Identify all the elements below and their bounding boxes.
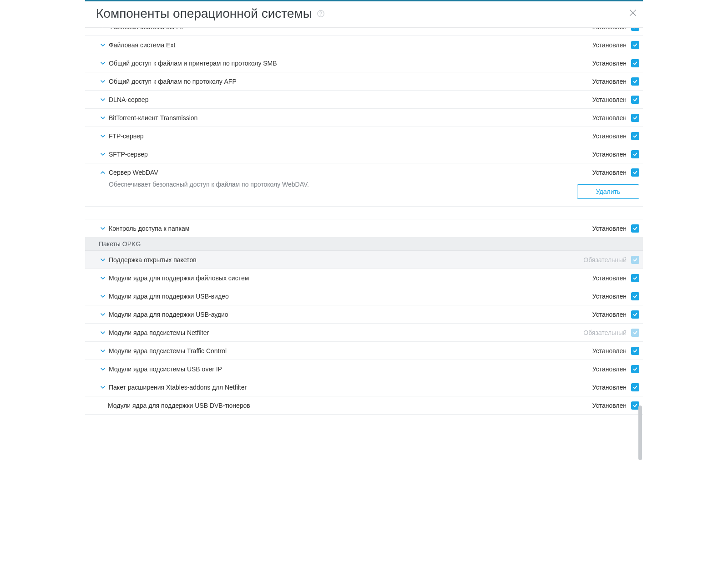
component-checkbox[interactable] (631, 132, 639, 140)
component-row[interactable]: Модули ядра для поддержки USB-аудиоУстан… (85, 305, 643, 324)
component-checkbox[interactable] (631, 274, 639, 282)
component-status: Установлен (592, 402, 627, 409)
component-label: Модули ядра подсистемы Traffic Control (109, 347, 592, 355)
component-row[interactable]: Поддержка открытых пакетовОбязательный (85, 251, 643, 269)
component-status: Установлен (592, 365, 627, 373)
component-status: Установлен (592, 225, 627, 232)
component-label: SFTP-сервер (109, 151, 592, 158)
component-row[interactable]: Модули ядра для поддержки USB-видеоУстан… (85, 287, 643, 305)
component-row[interactable]: Модули ядра подсистемы Traffic ControlУс… (85, 342, 643, 360)
delete-button[interactable]: Удалить (577, 184, 639, 199)
component-checkbox[interactable] (631, 224, 639, 233)
component-label: Общий доступ к файлам и принтерам по про… (109, 60, 592, 67)
svg-point-1 (320, 15, 321, 15)
component-status: Установлен (592, 384, 627, 391)
component-row[interactable]: Модули ядра для поддержки USB DVB-тюнеро… (85, 396, 643, 415)
component-label: Модули ядра для поддержки USB-аудио (109, 311, 592, 318)
chevron-down-icon[interactable] (99, 257, 107, 263)
component-row-expanded: Сервер WebDAVУстановлен Обеспечивает без… (85, 163, 643, 207)
component-label: Пакет расширения Xtables-addons для Netf… (109, 384, 592, 391)
component-status: Установлен (592, 132, 627, 140)
component-status: Установлен (592, 114, 627, 122)
component-status: Установлен (592, 41, 627, 49)
component-row[interactable]: Контроль доступа к папкамУстановлен (85, 219, 643, 238)
component-row[interactable]: Модули ядра подсистемы NetfilterОбязател… (85, 324, 643, 342)
component-row[interactable]: SFTP-серверУстановлен (85, 145, 643, 163)
component-status: Установлен (592, 151, 627, 158)
component-checkbox (631, 329, 639, 337)
component-label: Файловая система exFAT (109, 28, 592, 30)
component-checkbox[interactable] (631, 114, 639, 122)
component-row[interactable]: Модули ядра подсистемы USB over IPУстано… (85, 360, 643, 378)
component-status: Обязательный (583, 329, 627, 336)
component-status: Установлен (592, 78, 627, 85)
component-status: Установлен (592, 311, 627, 318)
component-status: Установлен (592, 96, 627, 103)
component-checkbox[interactable] (631, 77, 639, 86)
component-row[interactable]: Пакет расширения Xtables-addons для Netf… (85, 378, 643, 396)
chevron-down-icon[interactable] (99, 61, 107, 66)
help-icon[interactable] (317, 10, 325, 18)
chevron-down-icon[interactable] (99, 275, 107, 281)
component-checkbox[interactable] (631, 59, 639, 67)
component-label: Модули ядра для поддержки USB-видео (109, 293, 592, 300)
component-label: Поддержка открытых пакетов (109, 256, 583, 264)
component-checkbox[interactable] (631, 41, 639, 49)
dialog-title: Компоненты операционной системы (96, 6, 312, 21)
component-row[interactable]: Общий доступ к файлам и принтерам по про… (85, 54, 643, 72)
component-checkbox[interactable] (631, 96, 639, 104)
component-row[interactable]: FTP-серверУстановлен (85, 127, 643, 145)
component-checkbox[interactable] (631, 28, 639, 31)
component-row[interactable]: BitTorrent-клиент TransmissionУстановлен (85, 109, 643, 127)
chevron-down-icon[interactable] (99, 226, 107, 231)
component-label: Сервер WebDAV (109, 169, 592, 176)
component-status: Установлен (592, 60, 627, 67)
component-checkbox[interactable] (631, 365, 639, 373)
component-status: Обязательный (583, 256, 627, 264)
chevron-down-icon[interactable] (99, 312, 107, 317)
component-label: FTP-сервер (109, 132, 592, 140)
dialog-header: Компоненты операционной системы (85, 0, 643, 28)
component-row[interactable]: Файловая система ExtУстановлен (85, 36, 643, 54)
scrollbar-thumb[interactable] (638, 406, 642, 460)
chevron-down-icon[interactable] (99, 348, 107, 354)
component-checkbox[interactable] (631, 168, 639, 177)
component-row[interactable]: Общий доступ к файлам по протоколу AFPУс… (85, 72, 643, 91)
component-label: DLNA-сервер (109, 96, 592, 103)
component-checkbox[interactable] (631, 383, 639, 391)
component-label: Модули ядра для поддержки USB DVB-тюнеро… (108, 402, 592, 409)
component-label: Контроль доступа к папкам (109, 225, 592, 232)
component-status: Установлен (592, 274, 627, 282)
component-label: Файловая система Ext (109, 41, 592, 49)
component-label: Модули ядра подсистемы USB over IP (109, 365, 592, 373)
component-label: Общий доступ к файлам по протоколу AFP (109, 78, 592, 85)
component-checkbox[interactable] (631, 310, 639, 319)
chevron-down-icon[interactable] (99, 79, 107, 84)
chevron-down-icon[interactable] (99, 133, 107, 139)
component-row[interactable]: Файловая система exFATУстановлен (85, 28, 643, 36)
component-checkbox (631, 256, 639, 264)
chevron-down-icon[interactable] (99, 115, 107, 121)
component-status: Установлен (592, 169, 627, 176)
close-button[interactable] (625, 5, 641, 21)
chevron-down-icon[interactable] (99, 294, 107, 299)
component-status: Установлен (592, 293, 627, 300)
component-row[interactable]: DLNA-серверУстановлен (85, 91, 643, 109)
component-status: Установлен (592, 28, 627, 30)
component-label: BitTorrent-клиент Transmission (109, 114, 592, 122)
section-header: Пакеты OPKG (85, 238, 643, 251)
chevron-down-icon[interactable] (99, 385, 107, 390)
chevron-down-icon[interactable] (99, 42, 107, 48)
chevron-down-icon[interactable] (99, 28, 107, 30)
chevron-down-icon[interactable] (99, 330, 107, 335)
chevron-up-icon[interactable] (99, 170, 107, 175)
component-description: Обеспечивает безопасный доступ к файлам … (99, 181, 577, 188)
component-row[interactable]: Модули ядра для поддержки файловых систе… (85, 269, 643, 287)
chevron-down-icon[interactable] (99, 366, 107, 372)
component-label: Модули ядра подсистемы Netfilter (109, 329, 583, 336)
component-checkbox[interactable] (631, 292, 639, 300)
component-checkbox[interactable] (631, 150, 639, 158)
chevron-down-icon[interactable] (99, 97, 107, 102)
component-checkbox[interactable] (631, 347, 639, 355)
chevron-down-icon[interactable] (99, 152, 107, 157)
